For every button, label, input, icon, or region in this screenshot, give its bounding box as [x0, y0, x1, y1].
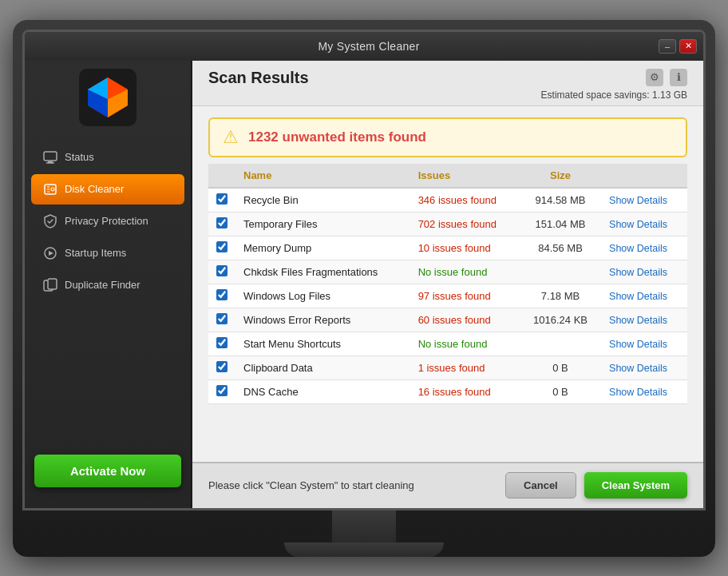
row-checkbox[interactable]	[216, 337, 228, 348]
show-details-link[interactable]: Show Details	[609, 291, 667, 302]
show-details-link[interactable]: Show Details	[609, 339, 667, 350]
settings-icon[interactable]: ⚙	[646, 69, 663, 86]
show-details-link[interactable]: Show Details	[609, 195, 667, 206]
row-details: Show Details	[601, 332, 687, 356]
row-issues: 10 issues found	[410, 236, 520, 260]
row-size: 0 B	[520, 356, 601, 379]
results-table: Name Issues Size Recycle Bin346 issues f…	[208, 164, 687, 404]
row-size: 151.04 MB	[520, 212, 601, 236]
row-size: 84.56 MB	[520, 236, 601, 260]
table-row: Windows Log Files97 issues found7.18 MBS…	[208, 284, 687, 308]
table-row: Chkdsk Files FragmentationsNo issue foun…	[208, 260, 687, 284]
stand-neck	[332, 510, 396, 542]
row-size	[520, 260, 601, 284]
row-details: Show Details	[601, 356, 687, 379]
scan-results-title: Scan Results	[208, 69, 309, 87]
table-row: Memory Dump10 issues found84.56 MBShow D…	[208, 236, 687, 260]
footer-bar: Please click "Clean System" to start cle…	[192, 462, 703, 508]
row-issues: No issue found	[410, 332, 520, 356]
row-details: Show Details	[601, 212, 687, 236]
show-details-link[interactable]: Show Details	[609, 387, 667, 398]
show-details-link[interactable]: Show Details	[609, 243, 667, 254]
svg-marker-14	[49, 251, 53, 256]
show-details-link[interactable]: Show Details	[609, 363, 667, 374]
sidebar-item-disk-cleaner[interactable]: Disk Cleaner	[31, 174, 184, 205]
duplicate-label: Duplicate Finder	[65, 279, 140, 291]
col-actions	[601, 164, 687, 188]
sidebar-item-status[interactable]: Status	[31, 142, 184, 173]
sidebar-item-duplicate-finder[interactable]: Duplicate Finder	[31, 270, 184, 300]
row-name: Temporary Files	[235, 212, 410, 236]
col-size: Size	[520, 164, 601, 188]
disk-cleaner-label: Disk Cleaner	[65, 183, 124, 195]
row-checkbox[interactable]	[216, 289, 228, 300]
row-name: Memory Dump	[235, 236, 410, 260]
clean-system-button[interactable]: Clean System	[584, 472, 687, 499]
row-issues: 346 issues found	[410, 188, 520, 213]
table-row: Recycle Bin346 issues found914.58 MBShow…	[208, 188, 687, 213]
svg-point-9	[51, 188, 54, 191]
row-details: Show Details	[601, 236, 687, 260]
row-issues: No issue found	[410, 260, 520, 284]
row-issues: 1 issues found	[410, 356, 520, 379]
row-checkbox[interactable]	[216, 265, 228, 276]
row-checkbox[interactable]	[216, 193, 228, 205]
row-checkbox[interactable]	[216, 241, 228, 252]
row-checkbox[interactable]	[216, 385, 228, 396]
row-checkbox[interactable]	[216, 313, 228, 324]
row-checkbox[interactable]	[216, 217, 228, 228]
disk-icon	[42, 181, 58, 197]
table-row: Temporary Files702 issues found151.04 MB…	[208, 212, 687, 236]
main-header: Scan Results ⚙ ℹ Estimated space savings…	[192, 61, 703, 106]
monitor: My System Cleaner – ✕	[13, 20, 715, 557]
row-issues: 97 issues found	[410, 284, 520, 308]
footer-buttons: Cancel Clean System	[505, 472, 687, 499]
show-details-link[interactable]: Show Details	[609, 219, 667, 230]
row-details: Show Details	[601, 308, 687, 332]
row-details: Show Details	[601, 284, 687, 308]
row-issues: 702 issues found	[410, 212, 520, 236]
header-right: ⚙ ℹ Estimated space savings: 1.13 GB	[541, 69, 687, 101]
show-details-link[interactable]: Show Details	[609, 267, 667, 278]
header-icons: ⚙ ℹ	[646, 69, 687, 86]
row-name: Windows Log Files	[235, 284, 410, 308]
warning-banner: ⚠ 1232 unwanted items found	[208, 117, 687, 157]
svg-rect-16	[48, 279, 57, 289]
info-icon[interactable]: ℹ	[670, 69, 687, 86]
monitor-icon	[42, 149, 58, 165]
startup-label: Startup Items	[65, 247, 126, 259]
row-size: 914.58 MB	[520, 188, 601, 213]
row-size: 1016.24 KB	[520, 308, 601, 332]
sidebar-item-startup-items[interactable]: Startup Items	[31, 238, 184, 268]
col-name: Name	[235, 164, 410, 188]
logo-area	[25, 69, 191, 126]
activate-now-button[interactable]: Activate Now	[34, 455, 181, 487]
col-issues: Issues	[410, 164, 520, 188]
table-row: DNS Cache16 issues found0 BShow Details	[208, 379, 687, 403]
row-name: Recycle Bin	[235, 188, 410, 213]
startup-icon	[42, 245, 58, 261]
show-details-link[interactable]: Show Details	[609, 315, 667, 326]
row-size: 7.18 MB	[520, 284, 601, 308]
row-checkbox[interactable]	[216, 361, 228, 372]
app-body: Status Disk Cleaner	[25, 61, 703, 508]
row-name: DNS Cache	[235, 379, 410, 403]
row-name: Clipboard Data	[235, 356, 410, 379]
row-issues: 16 issues found	[410, 379, 520, 403]
row-details: Show Details	[601, 260, 687, 284]
privacy-label: Privacy Protection	[65, 215, 148, 227]
sidebar: Status Disk Cleaner	[25, 61, 192, 508]
stand-base	[284, 542, 444, 557]
results-table-area: Name Issues Size Recycle Bin346 issues f…	[208, 164, 687, 462]
table-header: Name Issues Size	[208, 164, 687, 188]
table-row: Start Menu ShortcutsNo issue foundShow D…	[208, 332, 687, 356]
main-content: Scan Results ⚙ ℹ Estimated space savings…	[192, 61, 703, 508]
footer-message: Please click "Clean System" to start cle…	[208, 479, 414, 491]
close-button[interactable]: ✕	[679, 39, 697, 54]
sidebar-item-privacy-protection[interactable]: Privacy Protection	[31, 206, 184, 236]
cancel-button[interactable]: Cancel	[505, 472, 576, 499]
monitor-stand	[22, 510, 706, 557]
title-bar: My System Cleaner – ✕	[25, 32, 703, 61]
savings-text: Estimated space savings: 1.13 GB	[541, 89, 687, 101]
minimize-button[interactable]: –	[659, 39, 676, 54]
